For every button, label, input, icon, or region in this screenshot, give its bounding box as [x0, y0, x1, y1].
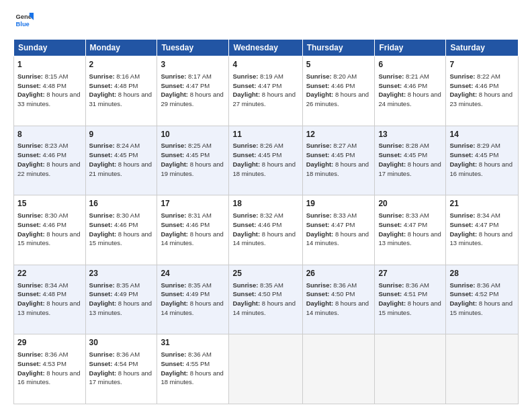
day-number: 1	[17, 59, 82, 71]
calendar-cell: 1Sunrise: 8:15 AMSunset: 4:48 PMDaylight…	[14, 56, 86, 126]
calendar-table: Sunday Monday Tuesday Wednesday Thursday…	[13, 39, 519, 404]
week-row-4: 22Sunrise: 8:34 AMSunset: 4:48 PMDayligh…	[14, 265, 519, 334]
day-number: 8	[17, 129, 82, 140]
col-thursday: Thursday	[302, 40, 375, 56]
day-info: Sunrise: 8:36 AMSunset: 4:54 PMDaylight:…	[89, 350, 154, 387]
day-number: 17	[161, 198, 225, 210]
calendar-cell: 5Sunrise: 8:20 AMSunset: 4:46 PMDaylight…	[302, 56, 375, 126]
day-number: 13	[378, 129, 442, 140]
calendar-cell: 14Sunrise: 8:29 AMSunset: 4:45 PMDayligh…	[446, 126, 519, 195]
day-info: Sunrise: 8:36 AMSunset: 4:55 PMDaylight:…	[161, 350, 225, 387]
calendar-cell: 21Sunrise: 8:34 AMSunset: 4:47 PMDayligh…	[446, 195, 519, 265]
day-number: 11	[232, 129, 298, 140]
day-info: Sunrise: 8:29 AMSunset: 4:45 PMDaylight:…	[449, 141, 515, 178]
day-info: Sunrise: 8:19 AMSunset: 4:47 PMDaylight:…	[232, 72, 298, 109]
day-info: Sunrise: 8:28 AMSunset: 4:45 PMDaylight:…	[378, 141, 442, 178]
day-info: Sunrise: 8:15 AMSunset: 4:48 PMDaylight:…	[17, 72, 82, 109]
day-number: 3	[161, 59, 225, 71]
calendar-cell: 13Sunrise: 8:28 AMSunset: 4:45 PMDayligh…	[375, 126, 446, 195]
col-sunday: Sunday	[14, 40, 86, 56]
day-number: 5	[306, 59, 371, 71]
calendar-cell: 25Sunrise: 8:35 AMSunset: 4:50 PMDayligh…	[229, 265, 302, 334]
day-info: Sunrise: 8:36 AMSunset: 4:53 PMDaylight:…	[17, 350, 82, 387]
calendar-cell: 15Sunrise: 8:30 AMSunset: 4:46 PMDayligh…	[14, 195, 86, 265]
day-number: 22	[17, 268, 82, 279]
day-number: 7	[449, 59, 515, 71]
day-info: Sunrise: 8:32 AMSunset: 4:46 PMDaylight:…	[232, 211, 298, 248]
day-info: Sunrise: 8:36 AMSunset: 4:50 PMDaylight:…	[306, 281, 371, 318]
calendar-cell: 23Sunrise: 8:35 AMSunset: 4:49 PMDayligh…	[85, 265, 157, 334]
day-number: 14	[449, 129, 515, 140]
day-number: 6	[378, 59, 442, 71]
col-tuesday: Tuesday	[157, 40, 229, 56]
calendar-cell: 16Sunrise: 8:30 AMSunset: 4:46 PMDayligh…	[85, 195, 157, 265]
day-number: 9	[89, 129, 154, 140]
calendar-cell: 8Sunrise: 8:23 AMSunset: 4:46 PMDaylight…	[14, 126, 86, 195]
calendar-cell: 17Sunrise: 8:31 AMSunset: 4:46 PMDayligh…	[157, 195, 229, 265]
day-number: 10	[161, 129, 225, 140]
calendar-cell: 24Sunrise: 8:35 AMSunset: 4:49 PMDayligh…	[157, 265, 229, 334]
page: General Blue Sunday Monday Tuesday Wedne…	[0, 0, 532, 411]
day-info: Sunrise: 8:21 AMSunset: 4:46 PMDaylight:…	[378, 72, 442, 109]
day-info: Sunrise: 8:30 AMSunset: 4:46 PMDaylight:…	[17, 211, 82, 248]
day-number: 12	[306, 129, 371, 140]
day-number: 21	[449, 198, 515, 210]
calendar-cell: 26Sunrise: 8:36 AMSunset: 4:50 PMDayligh…	[302, 265, 375, 334]
day-info: Sunrise: 8:17 AMSunset: 4:47 PMDaylight:…	[161, 72, 225, 109]
day-number: 30	[89, 337, 154, 349]
day-info: Sunrise: 8:22 AMSunset: 4:46 PMDaylight:…	[449, 72, 515, 109]
col-monday: Monday	[85, 40, 157, 56]
calendar-cell: 12Sunrise: 8:27 AMSunset: 4:45 PMDayligh…	[302, 126, 375, 195]
day-info: Sunrise: 8:36 AMSunset: 4:52 PMDaylight:…	[449, 281, 515, 318]
day-info: Sunrise: 8:34 AMSunset: 4:47 PMDaylight:…	[449, 211, 515, 248]
day-number: 31	[161, 337, 225, 349]
day-number: 29	[17, 337, 82, 349]
day-info: Sunrise: 8:25 AMSunset: 4:45 PMDaylight:…	[161, 141, 225, 178]
day-info: Sunrise: 8:35 AMSunset: 4:50 PMDaylight:…	[232, 281, 298, 318]
day-info: Sunrise: 8:16 AMSunset: 4:48 PMDaylight:…	[89, 72, 154, 109]
day-number: 27	[378, 268, 442, 279]
day-number: 2	[89, 59, 154, 71]
week-row-2: 8Sunrise: 8:23 AMSunset: 4:46 PMDaylight…	[14, 126, 519, 195]
logo-icon: General Blue	[15, 11, 34, 30]
week-row-5: 29Sunrise: 8:36 AMSunset: 4:53 PMDayligh…	[14, 334, 519, 404]
calendar-cell: 7Sunrise: 8:22 AMSunset: 4:46 PMDaylight…	[446, 56, 519, 126]
logo: General Blue	[13, 11, 36, 32]
calendar-cell: 4Sunrise: 8:19 AMSunset: 4:47 PMDaylight…	[229, 56, 302, 126]
col-saturday: Saturday	[446, 40, 519, 56]
day-info: Sunrise: 8:27 AMSunset: 4:45 PMDaylight:…	[306, 141, 371, 178]
day-info: Sunrise: 8:23 AMSunset: 4:46 PMDaylight:…	[17, 141, 82, 178]
week-row-3: 15Sunrise: 8:30 AMSunset: 4:46 PMDayligh…	[14, 195, 519, 265]
day-number: 19	[306, 198, 371, 210]
day-info: Sunrise: 8:26 AMSunset: 4:45 PMDaylight:…	[232, 141, 298, 178]
calendar-cell: 18Sunrise: 8:32 AMSunset: 4:46 PMDayligh…	[229, 195, 302, 265]
calendar-cell: 6Sunrise: 8:21 AMSunset: 4:46 PMDaylight…	[375, 56, 446, 126]
calendar-cell	[229, 334, 302, 404]
calendar-cell: 30Sunrise: 8:36 AMSunset: 4:54 PMDayligh…	[85, 334, 157, 404]
day-info: Sunrise: 8:35 AMSunset: 4:49 PMDaylight:…	[89, 281, 154, 318]
calendar-cell: 29Sunrise: 8:36 AMSunset: 4:53 PMDayligh…	[14, 334, 86, 404]
day-number: 4	[232, 59, 298, 71]
calendar-cell: 20Sunrise: 8:33 AMSunset: 4:47 PMDayligh…	[375, 195, 446, 265]
day-number: 26	[306, 268, 371, 279]
day-number: 16	[89, 198, 154, 210]
col-wednesday: Wednesday	[229, 40, 302, 56]
day-info: Sunrise: 8:35 AMSunset: 4:49 PMDaylight:…	[161, 281, 225, 318]
day-info: Sunrise: 8:31 AMSunset: 4:46 PMDaylight:…	[161, 211, 225, 248]
day-info: Sunrise: 8:36 AMSunset: 4:51 PMDaylight:…	[378, 281, 442, 318]
calendar-cell: 28Sunrise: 8:36 AMSunset: 4:52 PMDayligh…	[446, 265, 519, 334]
calendar-cell: 3Sunrise: 8:17 AMSunset: 4:47 PMDaylight…	[157, 56, 229, 126]
calendar-cell	[302, 334, 375, 404]
day-number: 24	[161, 268, 225, 279]
day-info: Sunrise: 8:34 AMSunset: 4:48 PMDaylight:…	[17, 281, 82, 318]
calendar-cell	[446, 334, 519, 404]
day-number: 23	[89, 268, 154, 279]
calendar-cell	[375, 334, 446, 404]
calendar-cell: 27Sunrise: 8:36 AMSunset: 4:51 PMDayligh…	[375, 265, 446, 334]
calendar-cell: 19Sunrise: 8:33 AMSunset: 4:47 PMDayligh…	[302, 195, 375, 265]
calendar-cell: 2Sunrise: 8:16 AMSunset: 4:48 PMDaylight…	[85, 56, 157, 126]
day-number: 15	[17, 198, 82, 210]
day-number: 25	[232, 268, 298, 279]
day-number: 28	[449, 268, 515, 279]
calendar-cell: 9Sunrise: 8:24 AMSunset: 4:45 PMDaylight…	[85, 126, 157, 195]
